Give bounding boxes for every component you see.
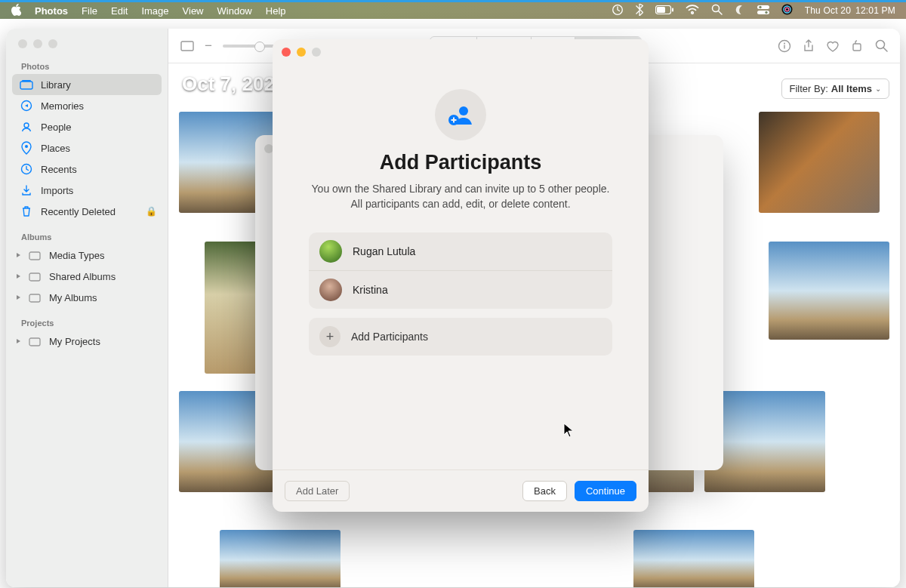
menu-help[interactable]: Help [266, 5, 286, 17]
date-header: Oct 7, 2022 [182, 72, 285, 96]
window-traffic-lights[interactable] [12, 38, 162, 59]
shared-library-people-icon [435, 89, 486, 140]
participant-row[interactable]: Kristina [309, 270, 612, 309]
apple-logo-icon[interactable] [11, 4, 21, 18]
svg-line-29 [883, 48, 887, 51]
sidebar-item-label: My Projects [49, 336, 100, 347]
participant-name: Kristina [353, 284, 388, 296]
add-participants-button[interactable]: + Add Participants [309, 318, 612, 356]
svg-point-17 [25, 145, 28, 148]
add-later-button[interactable]: Add Later [285, 481, 350, 501]
folder-icon [28, 269, 42, 283]
info-icon[interactable] [778, 39, 791, 53]
add-participants-modal: Add Participants You own the Shared Libr… [273, 39, 649, 512]
photo-thumbnail[interactable] [759, 112, 880, 213]
svg-rect-14 [22, 80, 31, 82]
sidebar-item-shared-albums[interactable]: Shared Albums [12, 266, 162, 287]
favorite-icon[interactable] [826, 39, 840, 53]
sidebar-item-memories[interactable]: Memories [12, 95, 162, 116]
avatar [319, 240, 342, 263]
participant-row[interactable]: Rugan Lutula [309, 232, 612, 270]
continue-button[interactable]: Continue [575, 481, 636, 501]
share-icon[interactable] [802, 39, 815, 53]
spotlight-icon[interactable] [711, 4, 723, 17]
lock-icon: 🔒 [146, 206, 157, 217]
traffic-minimize[interactable] [33, 39, 42, 48]
plus-icon: + [319, 326, 341, 347]
library-icon [20, 78, 33, 91]
dnd-moon-icon[interactable] [735, 5, 745, 17]
svg-rect-2 [657, 7, 665, 13]
menu-edit[interactable]: Edit [111, 5, 128, 17]
svg-line-5 [718, 11, 722, 15]
participants-list: Rugan Lutula Kristina [309, 232, 612, 309]
sidebar-item-label: Recents [41, 164, 77, 175]
sidebar-item-label: Library [41, 79, 71, 91]
sidebar-group-photos: Photos [12, 59, 162, 74]
sidebar-item-recently-deleted[interactable]: Recently Deleted 🔒 [12, 201, 162, 222]
filter-value: All Items [831, 83, 872, 94]
content-area: − + Years Months Days All Photos Oct 7, … [168, 29, 900, 587]
zoom-slider[interactable] [223, 45, 276, 48]
menu-view[interactable]: View [183, 5, 204, 17]
svg-rect-26 [784, 45, 784, 48]
back-button[interactable]: Back [522, 481, 567, 501]
sidebar-item-media-types[interactable]: Media Types [12, 245, 162, 266]
battery-icon[interactable] [655, 5, 673, 17]
sidebar-item-label: Shared Albums [49, 271, 116, 282]
sidebar-item-label: Imports [41, 185, 73, 196]
wifi-icon[interactable] [686, 5, 699, 17]
filter-by-dropdown[interactable]: Filter By: All Items ⌄ [781, 79, 889, 99]
menu-window[interactable]: Window [217, 5, 252, 17]
svg-rect-21 [29, 294, 40, 302]
siri-icon[interactable] [781, 4, 793, 17]
sidebar-item-people[interactable]: People [12, 116, 162, 137]
photos-window: Photos Library Memories People Places Re… [6, 29, 900, 587]
menubar-datetime[interactable]: Thu Oct 20 12:01 PM [805, 5, 895, 16]
sidebar-item-my-albums[interactable]: My Albums [12, 287, 162, 308]
svg-point-30 [459, 106, 468, 115]
svg-point-16 [24, 123, 29, 128]
control-center-icon[interactable] [757, 5, 769, 17]
timemachine-icon[interactable] [612, 4, 624, 18]
sidebar-item-library[interactable]: Library [12, 74, 162, 95]
modal-traffic-lights[interactable] [273, 39, 649, 65]
rotate-icon[interactable] [850, 39, 864, 53]
bluetooth-icon[interactable] [636, 4, 643, 18]
sidebar-item-label: Places [41, 143, 70, 154]
menubar-app-name[interactable]: Photos [35, 5, 68, 17]
folder-icon [28, 334, 42, 348]
svg-rect-22 [29, 338, 40, 346]
sidebar-item-recents[interactable]: Recents [12, 159, 162, 180]
aspect-icon[interactable] [180, 39, 194, 53]
svg-rect-27 [853, 44, 861, 51]
photo-thumbnail[interactable] [220, 530, 341, 587]
traffic-zoom[interactable] [48, 39, 57, 48]
menu-image[interactable]: Image [141, 5, 168, 17]
mac-menubar: Photos File Edit Image View Window Help … [0, 0, 906, 19]
modal-minimize[interactable] [297, 48, 306, 57]
sidebar-item-imports[interactable]: Imports [12, 180, 162, 201]
filter-label: Filter By: [790, 83, 828, 94]
participant-name: Rugan Lutula [353, 245, 415, 257]
zoom-minus[interactable]: − [205, 38, 212, 54]
modal-close[interactable] [282, 48, 291, 57]
sidebar-item-label: People [41, 122, 71, 133]
photo-thumbnail[interactable] [633, 530, 754, 587]
folder-icon [28, 291, 42, 304]
svg-rect-13 [20, 82, 32, 89]
sidebar-item-label: Media Types [49, 250, 104, 261]
traffic-close[interactable] [18, 39, 27, 48]
avatar [319, 279, 342, 301]
folder-icon [28, 248, 42, 262]
svg-point-8 [759, 5, 761, 8]
sidebar-item-places[interactable]: Places [12, 137, 162, 159]
photo-thumbnail[interactable] [769, 242, 889, 340]
menu-file[interactable]: File [82, 5, 97, 17]
svg-rect-33 [453, 118, 455, 123]
sidebar-item-my-projects[interactable]: My Projects [12, 331, 162, 352]
sidebar-item-label: Recently Deleted [41, 206, 116, 217]
search-icon[interactable] [874, 39, 888, 53]
sidebar-item-label: My Albums [49, 292, 97, 303]
svg-point-25 [784, 42, 785, 44]
